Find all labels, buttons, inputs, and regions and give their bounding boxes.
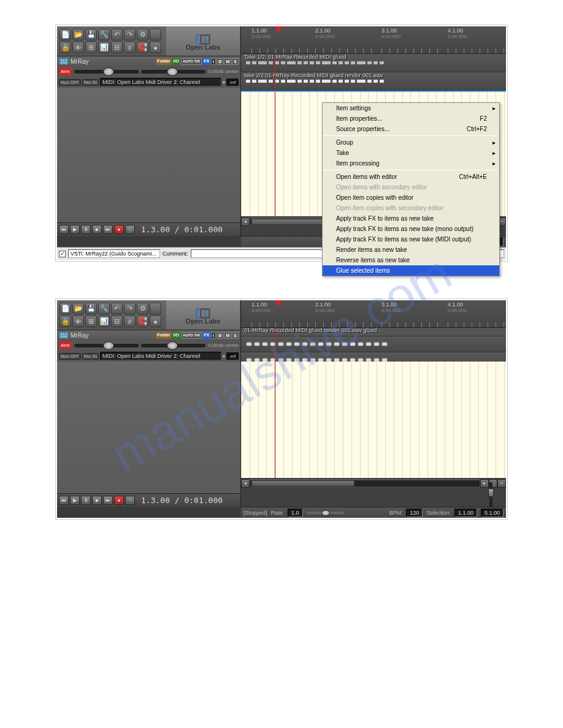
tb-redo-icon[interactable]: ↷	[124, 303, 136, 314]
arm-button[interactable]: Arm	[59, 341, 72, 349]
input-select[interactable]: MIDI: Open Labs Midi Driver 2: Channel	[100, 352, 221, 360]
auto-button[interactable]: AUTO T/R	[181, 58, 202, 65]
tb-save-icon[interactable]: 💾	[85, 29, 97, 40]
menu-item[interactable]: Item properties...F2	[323, 113, 499, 124]
tb-snap-icon[interactable]: ⊟	[111, 42, 123, 53]
play-button[interactable]: ▶	[70, 496, 80, 505]
tb-save-icon[interactable]: 💾	[85, 303, 97, 314]
menu-item[interactable]: Render items as new take	[323, 245, 499, 255]
solo-button[interactable]: S	[232, 58, 239, 65]
pan-slider[interactable]	[141, 70, 205, 74]
solo-button[interactable]: S	[232, 332, 239, 339]
tb-mixer-icon[interactable]: 📊	[98, 316, 110, 327]
tb-gridtoggle-icon[interactable]: #	[124, 316, 136, 327]
forward-button[interactable]: ⏭	[103, 225, 113, 234]
tb-undo-icon[interactable]: ↶	[111, 29, 123, 40]
invert-button[interactable]: i	[211, 332, 216, 339]
monitor-button[interactable]: Mon OFF	[59, 79, 81, 86]
mute-button[interactable]: M	[224, 58, 231, 65]
tb-gear-icon[interactable]: ⚙	[137, 303, 148, 314]
fx-checkbox[interactable]: ✓	[59, 251, 66, 257]
selection-start[interactable]: 1.1.00	[454, 509, 477, 517]
scroll-thumb[interactable]	[251, 480, 354, 487]
arrange-lanes-2[interactable]: 01-MrRay-Recorded MIDI glued render 001.…	[241, 328, 506, 362]
tb-new-icon[interactable]: 📄	[59, 29, 71, 40]
tb-gear-icon[interactable]: ⚙	[137, 29, 148, 40]
recmode-button[interactable]: Rec IN	[82, 79, 99, 86]
v-zoom-slider[interactable]	[489, 482, 492, 507]
tb-mixer-icon[interactable]: 📊	[98, 42, 110, 53]
tb-view-icon[interactable]: 👁	[72, 42, 84, 53]
loop-button[interactable]: ↻	[125, 496, 135, 505]
arm-button[interactable]: Arm	[59, 67, 72, 75]
record-button[interactable]: ●	[114, 225, 124, 234]
zoom-in-icon[interactable]: +	[497, 479, 506, 488]
phase-button[interactable]: Ø	[216, 58, 223, 65]
tb-open-icon[interactable]: 📂	[72, 29, 84, 40]
folder-button[interactable]: Folder	[156, 332, 171, 339]
input-select[interactable]: MIDI: Open Labs Midi Driver 2: Channel	[100, 78, 221, 86]
fx-button[interactable]: FX	[202, 58, 210, 65]
scroll-left-icon[interactable]: ◂	[241, 479, 250, 488]
menu-item[interactable]: Item processing	[323, 158, 499, 169]
menu-item[interactable]: Source properties...Ctrl+F2	[323, 124, 499, 134]
phase-button[interactable]: Ø	[216, 332, 223, 339]
rewind-button[interactable]: ⏮	[59, 496, 69, 505]
chevron-down-icon[interactable]: ▾	[223, 354, 225, 359]
io-button[interactable]: I/O	[172, 332, 180, 339]
scroll-right-icon[interactable]: ▸	[480, 479, 489, 488]
forward-button[interactable]: ⏭	[103, 496, 113, 505]
menu-item[interactable]: Apply track FX to items as new take	[323, 213, 499, 224]
pause-button[interactable]: ⏸	[81, 225, 91, 234]
fx-button[interactable]: FX	[202, 332, 210, 339]
track-name[interactable]: MrRay	[71, 58, 156, 65]
track-name[interactable]: MrRay	[71, 332, 156, 339]
menu-item[interactable]: Group	[323, 137, 499, 148]
tb-open-icon[interactable]: 📂	[72, 303, 84, 314]
tb-grid-icon[interactable]: ⊞	[85, 316, 97, 327]
tb-ripple-icon[interactable]: ●	[150, 316, 161, 327]
play-cursor-icon[interactable]	[275, 26, 282, 32]
tb-redo-icon[interactable]: ↷	[124, 29, 136, 40]
audio-item-top[interactable]	[244, 339, 503, 349]
timeline-ruler[interactable]: 1.1.000:00.0002.1.000:02.0003.1.000:04.0…	[241, 26, 506, 54]
folder-button[interactable]: Folder	[156, 58, 171, 65]
play-button[interactable]: ▶	[70, 225, 80, 234]
record-button[interactable]: ●	[114, 496, 124, 505]
chevron-down-icon[interactable]: ▾	[223, 80, 225, 85]
menu-item[interactable]: Glue selected items	[323, 265, 499, 276]
tb-grid-icon[interactable]: ⊞	[85, 42, 97, 53]
tb-magnet-icon[interactable]: 🧲	[137, 42, 148, 53]
pause-button[interactable]: ⏸	[81, 496, 91, 505]
volume-slider[interactable]	[74, 70, 139, 74]
selection-end[interactable]: 5.1.00	[481, 509, 504, 517]
tb-blank[interactable]	[150, 303, 161, 314]
tb-ripple-icon[interactable]: ●	[150, 42, 161, 53]
menu-item[interactable]: Apply track FX to items as new take (MID…	[323, 234, 499, 245]
fx-name[interactable]: VSTi: MrRay22 (Guido Scognami...	[68, 249, 160, 258]
h-scrollbar-2[interactable]: ◂ ▸ - +	[241, 478, 506, 488]
menu-item[interactable]: Open items with editorCtrl+Alt+E	[323, 172, 499, 182]
rewind-button[interactable]: ⏮	[59, 225, 69, 234]
tb-settings-icon[interactable]: 🔧	[98, 29, 110, 40]
bpm-value[interactable]: 120	[406, 509, 423, 517]
loop-button[interactable]: ↻	[125, 225, 135, 234]
tb-snap-icon[interactable]: ⊟	[111, 316, 123, 327]
tb-blank[interactable]	[150, 29, 161, 40]
menu-item[interactable]: Apply track FX to items as new take (mon…	[323, 224, 499, 234]
scroll-left-icon[interactable]: ◂	[241, 218, 250, 226]
io-button[interactable]: I/O	[172, 58, 180, 65]
menu-item[interactable]: Reverse items as new take	[323, 255, 499, 265]
mute-button[interactable]: M	[224, 332, 231, 339]
tb-settings-icon[interactable]: 🔧	[98, 303, 110, 314]
menu-item[interactable]: Open item copies with editor	[323, 192, 499, 203]
play-cursor-icon[interactable]	[275, 300, 282, 306]
auto-button[interactable]: AUTO T/R	[181, 332, 202, 339]
rate-value[interactable]: 1.0	[288, 509, 303, 517]
tb-undo-icon[interactable]: ↶	[111, 303, 123, 314]
pan-slider[interactable]	[141, 344, 205, 347]
tb-lock-icon[interactable]: 🔒	[59, 42, 71, 53]
menu-item[interactable]: Item settings	[323, 103, 499, 113]
timeline-ruler-2[interactable]: 1.1.000:00.0002.1.000:02.0003.1.000:04.0…	[241, 300, 506, 328]
tb-new-icon[interactable]: 📄	[59, 303, 71, 314]
